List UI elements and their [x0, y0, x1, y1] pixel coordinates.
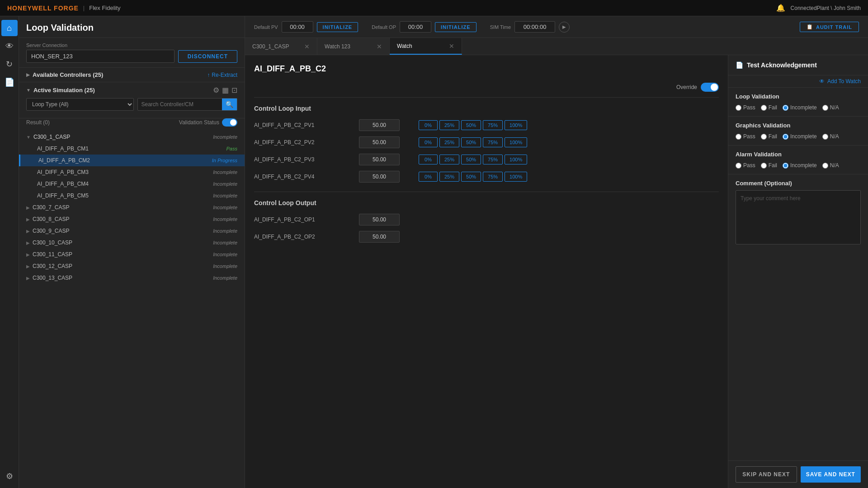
- tab-close-icon[interactable]: ✕: [304, 43, 310, 50]
- sim-time-input[interactable]: [514, 21, 555, 33]
- disconnect-button[interactable]: DISCONNECT: [178, 50, 237, 63]
- notification-icon[interactable]: 🔔: [776, 4, 785, 12]
- pct-50-btn[interactable]: 50%: [461, 120, 481, 130]
- pct-0-btn[interactable]: 0%: [419, 172, 438, 182]
- graphics-incomplete-radio[interactable]: [783, 134, 788, 140]
- pct-0-btn[interactable]: 0%: [419, 155, 438, 164]
- pv-input-3[interactable]: [359, 154, 400, 165]
- pct-100-btn[interactable]: 100%: [505, 137, 527, 147]
- comment-textarea[interactable]: [736, 190, 861, 244]
- sidebar-doc-btn[interactable]: 📄: [1, 74, 18, 90]
- active-sim-title[interactable]: ▼ Active Simulation (25): [26, 87, 95, 94]
- child-item-cm5[interactable]: AI_DIFF_A_PB_CM5 Incomplete: [19, 190, 245, 202]
- graphics-fail-radio[interactable]: [761, 134, 767, 140]
- pct-50-btn[interactable]: 50%: [461, 155, 481, 164]
- pct-50-btn[interactable]: 50%: [461, 172, 481, 182]
- pct-0-btn[interactable]: 0%: [419, 120, 438, 130]
- loop-fail-radio[interactable]: [761, 105, 767, 111]
- sidebar-refresh-btn[interactable]: ↻: [1, 56, 18, 72]
- controllers-title[interactable]: ▶ Available Controllers (25): [26, 71, 103, 78]
- pct-100-btn[interactable]: 100%: [505, 155, 527, 164]
- tab-c300-1-casp[interactable]: C300_1_CASP ✕: [245, 38, 317, 55]
- pct-25-btn[interactable]: 25%: [439, 120, 459, 130]
- validation-toggle-switch[interactable]: [222, 118, 237, 127]
- child-item-cm1[interactable]: AI_DIFF_A_PB_CM1 Pass: [19, 143, 245, 155]
- tree-item-c300-12[interactable]: ▶ C300_12_CASP Incomplete: [19, 260, 245, 272]
- graphics-pass-option[interactable]: Pass: [736, 133, 755, 140]
- pct-100-btn[interactable]: 100%: [505, 120, 527, 130]
- loop-pass-radio[interactable]: [736, 105, 741, 111]
- tab-watch-123[interactable]: Watch 123 ✕: [317, 38, 390, 55]
- sidebar-home-btn[interactable]: ⌂: [1, 20, 18, 36]
- graphics-fail-option[interactable]: Fail: [761, 133, 777, 140]
- child-item-cm3[interactable]: AI_DIFF_A_PB_CM3 Incomplete: [19, 166, 245, 178]
- child-item-cm2[interactable]: AI_DIFF_A_PB_CM2 In Progress: [19, 155, 245, 166]
- tree-item-c300-13[interactable]: ▶ C300_13_CASP Incomplete: [19, 272, 245, 284]
- pv-input-4[interactable]: [359, 171, 400, 183]
- tree-item-c300-11[interactable]: ▶ C300_11_CASP Incomplete: [19, 249, 245, 260]
- pct-50-btn[interactable]: 50%: [461, 137, 481, 147]
- alarm-incomplete-option[interactable]: Incomplete: [783, 162, 817, 169]
- graphics-incomplete-option[interactable]: Incomplete: [783, 133, 817, 140]
- alarm-fail-radio[interactable]: [761, 163, 767, 169]
- alarm-pass-radio[interactable]: [736, 163, 741, 169]
- loop-type-filter[interactable]: Loop Type (All): [26, 98, 134, 111]
- default-op-input[interactable]: [400, 21, 431, 33]
- pct-75-btn[interactable]: 75%: [483, 172, 503, 182]
- pct-100-btn[interactable]: 100%: [505, 172, 527, 182]
- override-toggle[interactable]: [701, 83, 719, 92]
- save-and-next-button[interactable]: SAVE AND NEXT: [801, 466, 861, 483]
- export-icon[interactable]: ⊡: [231, 86, 237, 94]
- tree-item-c300-7[interactable]: ▶ C300_7_CASP Incomplete: [19, 202, 245, 213]
- pct-25-btn[interactable]: 25%: [439, 172, 459, 182]
- alarm-na-option[interactable]: N/A: [822, 162, 839, 169]
- chart-icon[interactable]: ▦: [222, 86, 229, 94]
- child-item-cm4[interactable]: AI_DIFF_A_PB_CM4 Incomplete: [19, 178, 245, 190]
- sidebar-eye-btn[interactable]: 👁: [1, 38, 18, 54]
- pct-25-btn[interactable]: 25%: [439, 155, 459, 164]
- child-item-status: Incomplete: [213, 193, 237, 198]
- search-button[interactable]: 🔍: [222, 99, 237, 110]
- search-input[interactable]: [138, 99, 222, 110]
- default-pv-initialize-btn[interactable]: INITIALIZE: [317, 22, 359, 32]
- graphics-pass-radio[interactable]: [736, 134, 741, 140]
- loop-na-radio[interactable]: [822, 105, 828, 111]
- alarm-fail-option[interactable]: Fail: [761, 162, 777, 169]
- op-input-2[interactable]: [359, 231, 400, 243]
- re-extract-btn[interactable]: ↑ Re-Extract: [207, 72, 237, 78]
- pct-0-btn[interactable]: 0%: [419, 137, 438, 147]
- tree-item-c300-9[interactable]: ▶ C300_9_CASP Incomplete: [19, 225, 245, 237]
- loop-na-option[interactable]: N/A: [822, 104, 839, 111]
- play-button[interactable]: ▶: [559, 22, 570, 33]
- pct-25-btn[interactable]: 25%: [439, 137, 459, 147]
- graphics-na-option[interactable]: N/A: [822, 133, 839, 140]
- sidebar-settings-btn[interactable]: ⚙: [1, 468, 18, 484]
- pct-75-btn[interactable]: 75%: [483, 120, 503, 130]
- loop-pass-option[interactable]: Pass: [736, 104, 755, 111]
- loop-incomplete-option[interactable]: Incomplete: [783, 104, 817, 111]
- loop-incomplete-radio[interactable]: [783, 105, 788, 111]
- default-op-initialize-btn[interactable]: INITIALIZE: [435, 22, 476, 32]
- alarm-incomplete-radio[interactable]: [783, 163, 788, 169]
- alarm-pass-option[interactable]: Pass: [736, 162, 755, 169]
- pv-input-2[interactable]: [359, 136, 400, 148]
- server-input[interactable]: [26, 50, 175, 63]
- pv-input-1[interactable]: [359, 119, 400, 131]
- op-input-1[interactable]: [359, 214, 400, 225]
- default-pv-input[interactable]: [282, 21, 313, 33]
- tree-item-c300-1-casp[interactable]: ▼ C300_1_CASP Incomplete: [19, 131, 245, 143]
- tree-item-c300-8[interactable]: ▶ C300_8_CASP Incomplete: [19, 213, 245, 225]
- skip-and-next-button[interactable]: SKIP AND NEXT: [736, 466, 797, 483]
- tab-close-icon[interactable]: ✕: [449, 42, 454, 50]
- add-to-watch-btn[interactable]: 👁 Add To Watch: [728, 75, 868, 88]
- tab-close-icon[interactable]: ✕: [377, 43, 382, 50]
- filter-icon[interactable]: ⚙: [213, 86, 219, 94]
- pct-75-btn[interactable]: 75%: [483, 137, 503, 147]
- loop-fail-option[interactable]: Fail: [761, 104, 777, 111]
- alarm-na-radio[interactable]: [822, 163, 828, 169]
- pct-75-btn[interactable]: 75%: [483, 155, 503, 164]
- audit-trail-button[interactable]: 📋 AUDIT TRAIL: [800, 22, 859, 32]
- tab-watch[interactable]: Watch ✕: [390, 38, 462, 55]
- tree-item-c300-10[interactable]: ▶ C300_10_CASP Incomplete: [19, 237, 245, 249]
- graphics-na-radio[interactable]: [822, 134, 828, 140]
